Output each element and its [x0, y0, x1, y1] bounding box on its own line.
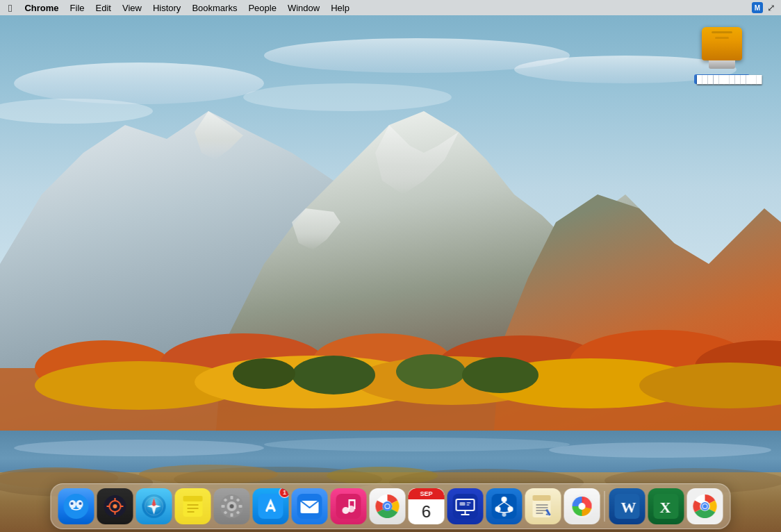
svg-line-99 — [498, 512, 504, 513]
svg-point-32 — [549, 442, 771, 458]
calendar-day: 6 — [409, 499, 445, 524]
dock-app-store[interactable]: A 1 — [253, 488, 289, 524]
svg-point-5 — [243, 83, 452, 111]
svg-point-30 — [14, 440, 264, 456]
menu-people[interactable]: People — [242, 0, 281, 15]
menu-view[interactable]: View — [117, 0, 147, 15]
svg-point-60 — [230, 504, 234, 508]
menu-help[interactable]: Help — [325, 0, 355, 15]
dock-calendar[interactable]: SEP 6 — [409, 488, 445, 524]
dock-remote-desktop[interactable] — [447, 488, 484, 524]
svg-point-25 — [292, 356, 375, 394]
dock-mail[interactable] — [292, 488, 328, 524]
svg-point-96 — [502, 513, 507, 517]
calendar-month: SEP — [409, 488, 445, 499]
desktop: ████████████  Chrome File Edit View His… — [0, 0, 781, 532]
wallpaper — [0, 0, 781, 532]
dock-finder[interactable] — [58, 488, 94, 524]
svg-rect-63 — [222, 505, 225, 508]
svg-rect-91 — [467, 504, 470, 506]
dock: A 1 — [51, 483, 731, 529]
dock-microsoft-excel[interactable]: X — [648, 488, 684, 524]
dock-itunes[interactable] — [331, 488, 367, 524]
drive-body — [702, 27, 742, 60]
dock-photos[interactable] — [564, 488, 600, 524]
drive-label: ████████████ — [694, 74, 750, 84]
svg-point-118 — [703, 504, 707, 508]
svg-point-45 — [79, 502, 82, 505]
dock-sourcetree[interactable] — [486, 488, 523, 524]
svg-rect-54 — [183, 496, 203, 501]
dock-safari[interactable] — [136, 488, 172, 524]
dock-system-preferences[interactable] — [214, 488, 250, 524]
svg-point-26 — [396, 354, 466, 389]
svg-point-27 — [233, 358, 295, 389]
dock-notes[interactable] — [175, 488, 211, 524]
svg-point-44 — [71, 502, 74, 505]
app-store-badge: 1 — [279, 488, 289, 498]
svg-point-84 — [386, 504, 390, 508]
svg-rect-89 — [460, 502, 466, 506]
dock-chrome-2[interactable] — [687, 488, 723, 524]
menubar:  Chrome File Edit View History Bookmark… — [0, 0, 781, 15]
fullscreen-icon[interactable]: ⤢ — [767, 2, 775, 13]
svg-line-100 — [504, 512, 511, 513]
svg-point-93 — [502, 497, 507, 502]
menubar-right: M ⤢ — [752, 2, 775, 13]
svg-rect-102 — [533, 495, 551, 501]
svg-rect-90 — [467, 502, 471, 504]
svg-point-1 — [14, 63, 264, 104]
malwarebytes-icon[interactable]: M — [752, 2, 763, 13]
svg-point-41 — [64, 494, 89, 519]
svg-point-110 — [579, 503, 586, 510]
menu-file[interactable]: File — [65, 0, 90, 15]
dock-separator — [605, 491, 605, 522]
svg-point-94 — [495, 506, 501, 512]
dock-microsoft-word[interactable]: W — [609, 488, 646, 524]
svg-point-39 — [139, 465, 278, 484]
apple-menu[interactable]:  — [6, 0, 19, 15]
dock-textedit[interactable] — [525, 488, 561, 524]
dock-launchpad[interactable] — [97, 488, 133, 524]
desktop-drive-icon[interactable]: ████████████ — [694, 24, 750, 84]
svg-rect-64 — [239, 505, 242, 508]
dock-chrome[interactable] — [370, 488, 406, 524]
svg-point-31 — [264, 438, 570, 451]
svg-text:X: X — [660, 499, 671, 516]
menu-edit[interactable]: Edit — [90, 0, 117, 15]
svg-point-40 — [327, 467, 438, 485]
drive-icon-image — [698, 24, 746, 72]
svg-point-48 — [113, 504, 117, 508]
svg-point-95 — [508, 506, 513, 512]
drive-connector — [709, 60, 735, 69]
menu-history[interactable]: History — [147, 0, 186, 15]
svg-rect-61 — [231, 496, 233, 499]
svg-text:W: W — [621, 499, 636, 516]
menu-chrome[interactable]: Chrome — [19, 0, 64, 15]
menu-window[interactable]: Window — [282, 0, 325, 15]
menu-bookmarks[interactable]: Bookmarks — [186, 0, 242, 15]
svg-rect-62 — [231, 513, 233, 517]
svg-point-28 — [462, 357, 539, 393]
